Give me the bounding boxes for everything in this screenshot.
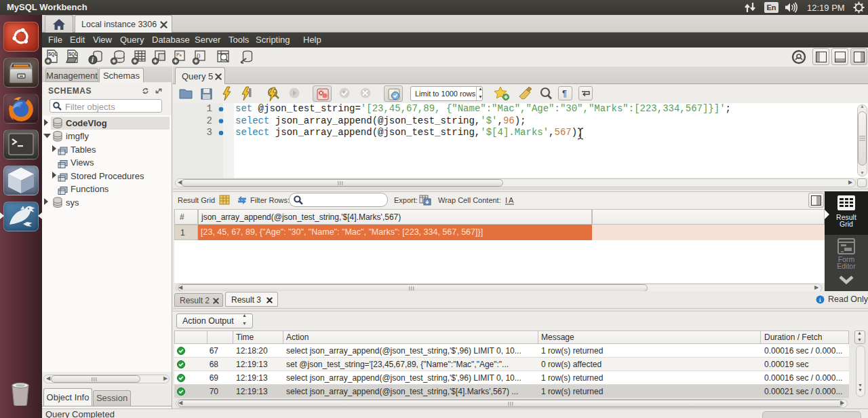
svg-text:I: I xyxy=(505,196,507,204)
svg-text:i: i xyxy=(92,56,94,64)
svg-text:A: A xyxy=(509,196,514,204)
svg-text:Pa: Pa xyxy=(176,52,182,57)
svg-text:{): {) xyxy=(197,52,201,58)
svg-text:SQL: SQL xyxy=(48,52,57,57)
svg-text:SQL: SQL xyxy=(68,52,77,57)
